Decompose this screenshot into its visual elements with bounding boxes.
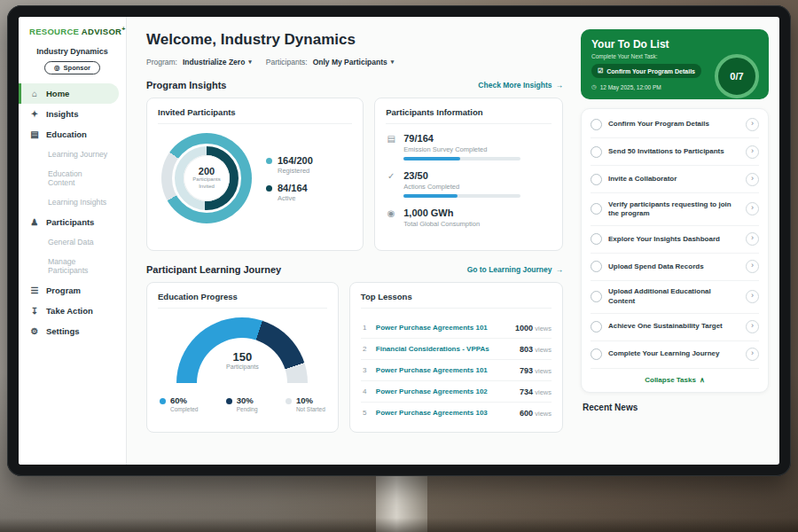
donut-inner-ring: 200 Participants Invited <box>172 144 241 213</box>
lesson-link[interactable]: Power Purchase Agreements 101 <box>376 324 508 332</box>
sidebar-item[interactable]: Manage Participants <box>19 252 119 280</box>
program-select-value: Industrialize Zero <box>183 58 245 66</box>
task-checkbox[interactable] <box>591 261 602 272</box>
sponsor-label: Sponsor <box>64 64 90 72</box>
sidebar-item[interactable]: Education Content <box>19 164 119 192</box>
sidebar-item[interactable]: Learning Journey <box>19 145 119 164</box>
task-label: Explore Your Insights Dashboard <box>608 235 739 244</box>
sidebar-item-label: Settings <box>46 326 79 336</box>
task-row[interactable]: Upload Spend Data Records <box>591 254 759 281</box>
legend-label: Active <box>278 194 308 202</box>
insights-icon: ✦ <box>29 109 40 119</box>
task-row[interactable]: Invite a Collaborator <box>591 166 759 193</box>
sidebar-item[interactable]: ↧ Take Action <box>19 301 119 321</box>
sidebar-item[interactable]: Learning Insights <box>19 192 119 212</box>
card-title: Invited Participants <box>158 107 352 124</box>
section-title-program-insights: Program Insights <box>146 80 226 90</box>
task-label: Complete Your Learning Journey <box>608 349 739 358</box>
task-checkbox[interactable] <box>591 348 602 360</box>
home-icon: ⌂ <box>29 89 40 98</box>
lesson-link[interactable]: Financial Considerations - VPPAs <box>376 345 512 353</box>
lesson-link[interactable]: Power Purchase Agreements 101 <box>376 366 512 374</box>
task-label: Achieve One Sustainability Target <box>608 322 739 331</box>
task-label: Send 50 Invitations to Participants <box>608 147 739 156</box>
chevron-right-icon[interactable] <box>746 145 759 159</box>
sidebar-item[interactable]: ▤ Education <box>19 124 119 145</box>
task-checkbox[interactable] <box>591 146 602 158</box>
sidebar-item[interactable]: ⌂ Home <box>19 83 119 104</box>
task-label: Confirm Your Program Details <box>608 120 739 129</box>
chevron-right-icon[interactable] <box>746 173 759 186</box>
task-checkbox[interactable] <box>591 291 602 302</box>
next-task-pill[interactable]: ☑ Confirm Your Program Details <box>591 64 701 78</box>
task-row[interactable]: Explore Your Insights Dashboard <box>591 226 759 254</box>
task-row[interactable]: Verify participants requesting to join t… <box>591 193 759 226</box>
task-row[interactable]: Upload Additional Educational Content <box>591 281 759 314</box>
chevron-right-icon[interactable] <box>746 232 759 246</box>
chevron-right-icon[interactable] <box>746 260 759 273</box>
sidebar-item[interactable]: ☰ Program <box>19 280 119 301</box>
participants-icon: ♟ <box>29 217 40 227</box>
legend-dot <box>160 398 166 404</box>
todo-panel: Your To Do List Complete Your Next Task:… <box>577 17 779 465</box>
sidebar-item-label: Learning Insights <box>48 198 106 207</box>
lesson-link[interactable]: Power Purchase Agreements 103 <box>376 409 512 417</box>
invited-participants-card: Invited Participants 200 Participants In… <box>146 98 364 251</box>
desk-shadow <box>0 518 798 532</box>
stat-value: 23/50 <box>403 170 520 181</box>
check-more-insights-link[interactable]: Check More Insights → <box>478 81 563 90</box>
task-checkbox[interactable] <box>591 203 602 215</box>
sidebar-item[interactable]: General Data <box>19 232 119 252</box>
stat-row: ▤ 79/164 Emission Survey Completed <box>386 133 552 160</box>
sidebar-item[interactable]: ✦ Insights <box>19 104 119 124</box>
program-insights-header: Program Insights Check More Insights → <box>146 80 563 90</box>
lessons-list: 1 Power Purchase Agreements 101 1000 vie… <box>361 317 552 423</box>
monitor-bezel: RESOURCE ADVISOR+ Industry Dynamics ◎ Sp… <box>7 5 791 476</box>
dashboard-screen: RESOURCE ADVISOR+ Industry Dynamics ◎ Sp… <box>19 17 779 465</box>
chevron-right-icon[interactable] <box>746 290 759 303</box>
sidebar-item[interactable]: ⚙ Settings <box>19 321 119 341</box>
donut-center: 200 Participants Invited <box>184 155 230 201</box>
sidebar-item[interactable]: ♟ Participants <box>19 212 119 232</box>
lesson-views: 793 views <box>520 366 552 375</box>
chevron-right-icon[interactable] <box>746 348 759 361</box>
task-row[interactable]: Send 50 Invitations to Participants <box>591 138 759 166</box>
task-row[interactable]: Complete Your Learning Journey <box>591 341 759 369</box>
todo-progress-ring: 0/7 <box>715 54 759 98</box>
task-checkbox[interactable] <box>591 119 602 130</box>
sidebar-item-label: General Data <box>48 238 94 246</box>
arrow-right-icon: → <box>556 81 564 90</box>
task-checkbox[interactable] <box>591 233 602 245</box>
participants-select[interactable]: Only My Participants ▾ <box>313 58 395 66</box>
task-label: Invite a Collaborator <box>608 175 739 184</box>
lesson-link[interactable]: Power Purchase Agreements 102 <box>376 387 512 395</box>
consumption-icon: ◉ <box>386 208 396 231</box>
collapse-tasks-button[interactable]: Collapse Tasks ∧ <box>639 375 710 385</box>
chevron-right-icon[interactable] <box>746 320 759 333</box>
task-checkbox[interactable] <box>591 174 602 185</box>
legend-label: Pending <box>237 406 258 412</box>
task-checkbox[interactable] <box>591 321 602 332</box>
card-title: Top Lessons <box>361 292 552 309</box>
filter-bar: Program: Industrialize Zero ▾ Participan… <box>146 58 563 66</box>
sidebar-item-label: Manage Participants <box>48 257 108 275</box>
task-row[interactable]: Achieve One Sustainability Target <box>591 314 759 341</box>
chevron-right-icon[interactable] <box>746 118 759 131</box>
take-action-icon: ↧ <box>29 306 40 316</box>
desk-scene: RESOURCE ADVISOR+ Industry Dynamics ◎ Sp… <box>0 0 798 532</box>
sponsor-badge[interactable]: ◎ Sponsor <box>44 61 100 74</box>
sidebar-item-label: Insights <box>46 109 78 119</box>
lesson-rank: 2 <box>361 345 369 353</box>
logo-plus: + <box>121 26 125 32</box>
lesson-views: 803 views <box>520 345 552 354</box>
program-select[interactable]: Industrialize Zero ▾ <box>183 58 252 66</box>
go-to-learning-journey-link[interactable]: Go to Learning Journey → <box>467 265 563 274</box>
legend-item: 84/164 Active <box>266 183 313 202</box>
legend-value: 84/164 <box>278 183 308 193</box>
stat-value: 79/164 <box>403 133 520 144</box>
chevron-right-icon[interactable] <box>746 202 759 215</box>
lesson-rank: 3 <box>361 366 369 374</box>
task-row[interactable]: Confirm Your Program Details <box>591 111 759 138</box>
legend-label: Completed <box>170 406 198 412</box>
tasks-card: Confirm Your Program Details Send 50 Inv… <box>581 108 769 393</box>
